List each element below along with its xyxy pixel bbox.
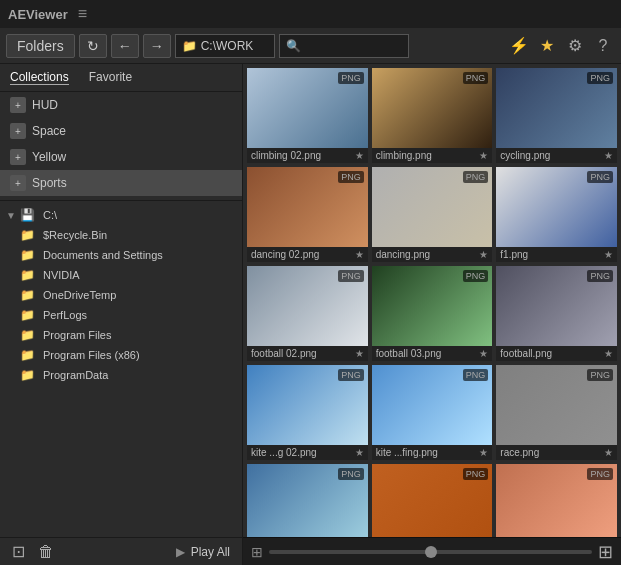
- refresh-icon: ↻: [87, 38, 99, 54]
- collection-label-hud: HUD: [32, 98, 58, 112]
- thumb-badge-kite02: PNG: [338, 369, 364, 381]
- thumb-filename-race: race.png: [500, 447, 539, 458]
- thumbnail-grid: PNGclimbing 02.png★PNGclimbing.png★PNGcy…: [243, 64, 621, 537]
- thumb-star-cycling[interactable]: ★: [604, 150, 613, 161]
- back-button[interactable]: ←: [111, 34, 139, 58]
- folder-icon-docsettings: 📁: [20, 248, 35, 262]
- tree-item-programfilesx86[interactable]: 📁Program Files (x86): [0, 345, 242, 365]
- collection-icon-space: +: [10, 123, 26, 139]
- star-button[interactable]: ★: [535, 34, 559, 58]
- tree-label-c-drive: C:\: [43, 209, 57, 221]
- thumb-item-dancing02[interactable]: PNGdancing 02.png★: [247, 167, 368, 262]
- tree-item-programdata[interactable]: 📁ProgramData: [0, 365, 242, 385]
- collection-item-sports[interactable]: +Sports: [0, 170, 242, 196]
- tree-item-onedrivetemp[interactable]: 📁OneDriveTemp: [0, 285, 242, 305]
- thumb-label-row-cycling: cycling.png★: [496, 148, 617, 163]
- thumb-item-f1[interactable]: PNGf1.png★: [496, 167, 617, 262]
- forward-button[interactable]: →: [143, 34, 171, 58]
- folder-icon-programfiles: 📁: [20, 328, 35, 342]
- thumb-label-row-football: football.png★: [496, 346, 617, 361]
- thumb-star-kite[interactable]: ★: [479, 447, 488, 458]
- thumb-item-dancing[interactable]: PNGdancing.png★: [372, 167, 493, 262]
- folder-icon-perflogs: 📁: [20, 308, 35, 322]
- collections-tab[interactable]: Collections: [10, 70, 69, 85]
- folder-icon-programfilesx86: 📁: [20, 348, 35, 362]
- collection-item-space[interactable]: +Space: [0, 118, 242, 144]
- refresh-button[interactable]: ↻: [79, 34, 107, 58]
- help-button[interactable]: ?: [591, 34, 615, 58]
- thumb-item-kite[interactable]: PNGkite ...fing.png★: [372, 365, 493, 460]
- collection-label-yellow: Yellow: [32, 150, 66, 164]
- thumb-star-race[interactable]: ★: [604, 447, 613, 458]
- tree-item-c-drive[interactable]: ▼💾C:\: [0, 205, 242, 225]
- thumb-badge-climbing: PNG: [463, 72, 489, 84]
- thumb-item-cycling[interactable]: PNGcycling.png★: [496, 68, 617, 163]
- thumb-item-football02[interactable]: PNGfootball 02.png★: [247, 266, 368, 361]
- folders-button[interactable]: Folders: [6, 34, 75, 58]
- thumbnail-select-btn[interactable]: ⊡: [6, 540, 30, 564]
- size-slider[interactable]: [269, 550, 592, 554]
- grid-small-icon[interactable]: ⊞: [251, 544, 263, 560]
- thumbnail-select-icon: ⊡: [12, 542, 25, 561]
- tree-item-docsettings[interactable]: 📁Documents and Settings: [0, 245, 242, 265]
- thumb-star-f1[interactable]: ★: [604, 249, 613, 260]
- tree-item-perflogs[interactable]: 📁PerfLogs: [0, 305, 242, 325]
- thumb-star-football03[interactable]: ★: [479, 348, 488, 359]
- slider-knob: [425, 546, 437, 558]
- search-icon: 🔍: [286, 39, 301, 53]
- favorite-tab[interactable]: Favorite: [89, 70, 132, 85]
- content-area: PNGclimbing 02.png★PNGclimbing.png★PNGcy…: [243, 64, 621, 565]
- thumb-item-football03[interactable]: PNGfootball 03.png★: [372, 266, 493, 361]
- thumb-image-dancing: PNG: [372, 167, 493, 247]
- thumb-filename-climbing02: climbing 02.png: [251, 150, 321, 161]
- thumb-image-kite02: PNG: [247, 365, 368, 445]
- thumb-filename-dancing: dancing.png: [376, 249, 431, 260]
- folder-icon-onedrivetemp: 📁: [20, 288, 35, 302]
- folder-icon: 📁: [182, 39, 197, 53]
- tree-item-nvidia[interactable]: 📁NVIDIA: [0, 265, 242, 285]
- thumb-star-dancing[interactable]: ★: [479, 249, 488, 260]
- delete-icon: 🗑: [38, 543, 54, 561]
- thumb-item-run03[interactable]: PNGrun 03.png★: [372, 464, 493, 537]
- thumb-item-race[interactable]: PNGrace.png★: [496, 365, 617, 460]
- help-icon: ?: [599, 37, 608, 55]
- tree-label-onedrivetemp: OneDriveTemp: [43, 289, 116, 301]
- play-all-item[interactable]: ▶ Play All: [170, 543, 236, 561]
- path-box[interactable]: 📁 C:\WORK: [175, 34, 275, 58]
- thumb-star-kite02[interactable]: ★: [355, 447, 364, 458]
- thumb-star-dancing02[interactable]: ★: [355, 249, 364, 260]
- thumb-item-football[interactable]: PNGfootball.png★: [496, 266, 617, 361]
- thumb-item-climbing[interactable]: PNGclimbing.png★: [372, 68, 493, 163]
- collection-item-yellow[interactable]: +Yellow: [0, 144, 242, 170]
- thumb-image-football: PNG: [496, 266, 617, 346]
- thumb-item-kite02[interactable]: PNGkite ...g 02.png★: [247, 365, 368, 460]
- thumb-badge-dancing02: PNG: [338, 171, 364, 183]
- collections-list: +HUD+Space+Yellow+Sports: [0, 92, 242, 196]
- thumb-star-climbing[interactable]: ★: [479, 150, 488, 161]
- thumb-badge-run03: PNG: [463, 468, 489, 480]
- collection-label-sports: Sports: [32, 176, 67, 190]
- thumb-filename-climbing: climbing.png: [376, 150, 432, 161]
- tree-item-programfiles[interactable]: 📁Program Files: [0, 325, 242, 345]
- plugin-button[interactable]: ⚡: [507, 34, 531, 58]
- sidebar: Collections Favorite +HUD+Space+Yellow+S…: [0, 64, 243, 565]
- thumb-filename-football03: football 03.png: [376, 348, 442, 359]
- thumb-star-climbing02[interactable]: ★: [355, 150, 364, 161]
- tree-item-recycle[interactable]: 📁$Recycle.Bin: [0, 225, 242, 245]
- search-box[interactable]: 🔍: [279, 34, 409, 58]
- thumb-star-football[interactable]: ★: [604, 348, 613, 359]
- title-bar: AEViewer ≡: [0, 0, 621, 28]
- thumb-item-climbing02[interactable]: PNGclimbing 02.png★: [247, 68, 368, 163]
- thumb-star-football02[interactable]: ★: [355, 348, 364, 359]
- delete-btn[interactable]: 🗑: [34, 540, 58, 564]
- thumb-item-run[interactable]: PNGrun.png★: [496, 464, 617, 537]
- menu-icon[interactable]: ≡: [78, 5, 87, 23]
- drive-icon-c-drive: 💾: [20, 208, 35, 222]
- grid-large-icon[interactable]: ⊞: [598, 541, 613, 563]
- settings-button[interactable]: ⚙: [563, 34, 587, 58]
- collection-item-hud[interactable]: +HUD: [0, 92, 242, 118]
- thumb-filename-dancing02: dancing 02.png: [251, 249, 319, 260]
- thumb-item-run02[interactable]: PNGrun 02.png★: [247, 464, 368, 537]
- thumb-badge-dancing: PNG: [463, 171, 489, 183]
- thumb-label-row-kite02: kite ...g 02.png★: [247, 445, 368, 460]
